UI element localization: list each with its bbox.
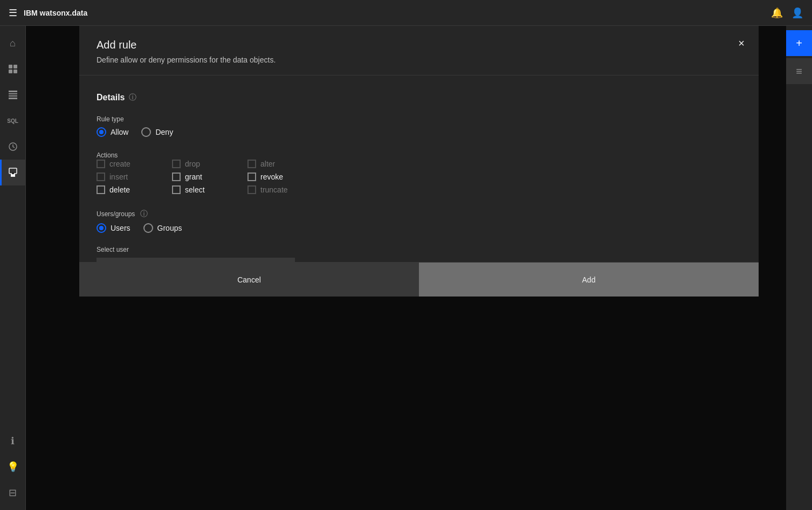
sidebar-item-tips[interactable]: 💡 xyxy=(0,454,26,480)
users-radio-input[interactable] xyxy=(97,223,106,233)
right-panel-add-button[interactable]: + xyxy=(786,30,812,56)
svg-rect-4 xyxy=(9,91,17,92)
sidebar-item-access[interactable] xyxy=(0,160,26,185)
svg-rect-6 xyxy=(9,95,17,97)
right-panel: + ≡ xyxy=(786,26,812,510)
app-title: IBM watsonx.data xyxy=(24,9,87,17)
groups-radio[interactable]: Groups xyxy=(143,223,182,233)
add-rule-modal: Add rule Define allow or deny permission… xyxy=(79,26,759,297)
action-alter[interactable]: alter xyxy=(247,160,323,168)
allow-radio-label: Allow xyxy=(111,128,128,136)
actions-label: Actions xyxy=(97,151,118,159)
sidebar-item-table[interactable] xyxy=(0,82,26,108)
sidebar-item-info[interactable]: ℹ xyxy=(0,428,26,454)
svg-rect-5 xyxy=(9,93,17,94)
main-layout: ⌂ SQL xyxy=(0,26,812,510)
create-checkbox[interactable] xyxy=(97,160,105,168)
grant-label: grant xyxy=(185,173,202,181)
delete-checkbox[interactable] xyxy=(97,185,105,194)
select-label: select xyxy=(185,185,205,194)
grant-checkbox[interactable] xyxy=(172,173,181,181)
svg-rect-11 xyxy=(12,172,14,174)
select-user-label: Select user xyxy=(97,246,741,253)
rule-type-radio-group: Allow Deny xyxy=(97,127,741,137)
sidebar-item-data[interactable] xyxy=(0,56,26,82)
action-revoke[interactable]: revoke xyxy=(247,173,323,181)
rule-type-allow[interactable]: Allow xyxy=(97,127,128,137)
action-grant[interactable]: grant xyxy=(172,173,247,181)
users-groups-info-icon[interactable]: ⓘ xyxy=(140,209,148,218)
menu-icon[interactable]: ☰ xyxy=(9,7,17,19)
create-label: create xyxy=(109,160,130,168)
modal-close-button[interactable]: × xyxy=(733,35,750,52)
svg-rect-1 xyxy=(13,65,17,68)
svg-rect-0 xyxy=(9,65,12,68)
delete-label: delete xyxy=(109,185,130,194)
alter-label: alter xyxy=(260,160,275,168)
sidebar-item-history[interactable] xyxy=(0,134,26,160)
modal-footer: Cancel Add xyxy=(79,262,759,297)
svg-rect-7 xyxy=(9,98,17,99)
insert-label: insert xyxy=(109,173,128,181)
action-drop[interactable]: drop xyxy=(172,160,247,168)
revoke-checkbox[interactable] xyxy=(247,173,256,181)
users-groups-label: Users/groups ⓘ xyxy=(97,209,741,219)
rule-type-label: Rule type xyxy=(97,115,741,123)
action-insert[interactable]: insert xyxy=(97,173,172,181)
modal-subtitle: Define allow or deny permissions for the… xyxy=(97,56,741,64)
details-info-icon[interactable]: ⓘ xyxy=(129,93,136,102)
content-area: Add rule Define allow or deny permission… xyxy=(26,26,812,510)
sidebar-item-home[interactable]: ⌂ xyxy=(0,30,26,56)
sidebar: ⌂ SQL xyxy=(0,26,26,510)
details-title: Details xyxy=(97,93,125,102)
action-select[interactable]: select xyxy=(172,185,247,194)
right-panel-list-button[interactable]: ≡ xyxy=(786,58,812,84)
rule-type-deny[interactable]: Deny xyxy=(141,127,173,137)
svg-rect-2 xyxy=(9,70,12,73)
action-truncate[interactable]: truncate xyxy=(247,185,323,194)
topbar: ☰ IBM watsonx.data 🔔 👤 xyxy=(0,0,812,26)
details-section-header: Details ⓘ xyxy=(97,93,741,102)
notifications-icon[interactable]: 🔔 xyxy=(771,7,783,19)
revoke-label: revoke xyxy=(260,173,283,181)
modal-overlay: Add rule Define allow or deny permission… xyxy=(26,26,812,510)
alter-checkbox[interactable] xyxy=(247,160,256,168)
sidebar-item-grid[interactable]: ⊟ xyxy=(0,480,26,506)
actions-grid: create drop alter inse xyxy=(97,160,741,194)
allow-radio-input[interactable] xyxy=(97,127,106,137)
deny-radio-label: Deny xyxy=(155,128,173,136)
svg-rect-3 xyxy=(13,70,17,73)
insert-checkbox[interactable] xyxy=(97,173,105,181)
sidebar-item-sql[interactable]: SQL xyxy=(0,108,26,134)
drop-checkbox[interactable] xyxy=(172,160,181,168)
groups-radio-label: Groups xyxy=(157,224,182,232)
users-groups-radio-group: Users Groups xyxy=(97,223,741,233)
action-delete[interactable]: delete xyxy=(97,185,172,194)
groups-radio-input[interactable] xyxy=(143,223,153,233)
modal-title: Add rule xyxy=(97,39,741,51)
topbar-right: 🔔 👤 xyxy=(771,7,803,19)
modal-header: Add rule Define allow or deny permission… xyxy=(79,26,759,75)
deny-radio-input[interactable] xyxy=(141,127,151,137)
select-checkbox[interactable] xyxy=(172,185,181,194)
sidebar-bottom: ℹ 💡 ⊟ xyxy=(0,428,26,510)
truncate-checkbox[interactable] xyxy=(247,185,256,194)
users-radio[interactable]: Users xyxy=(97,223,130,233)
users-radio-label: Users xyxy=(111,224,130,232)
cancel-button[interactable]: Cancel xyxy=(79,263,419,297)
drop-label: drop xyxy=(185,160,200,168)
truncate-label: truncate xyxy=(260,185,288,194)
user-icon[interactable]: 👤 xyxy=(792,7,803,19)
action-create[interactable]: create xyxy=(97,160,172,168)
add-button[interactable]: Add xyxy=(419,263,759,297)
